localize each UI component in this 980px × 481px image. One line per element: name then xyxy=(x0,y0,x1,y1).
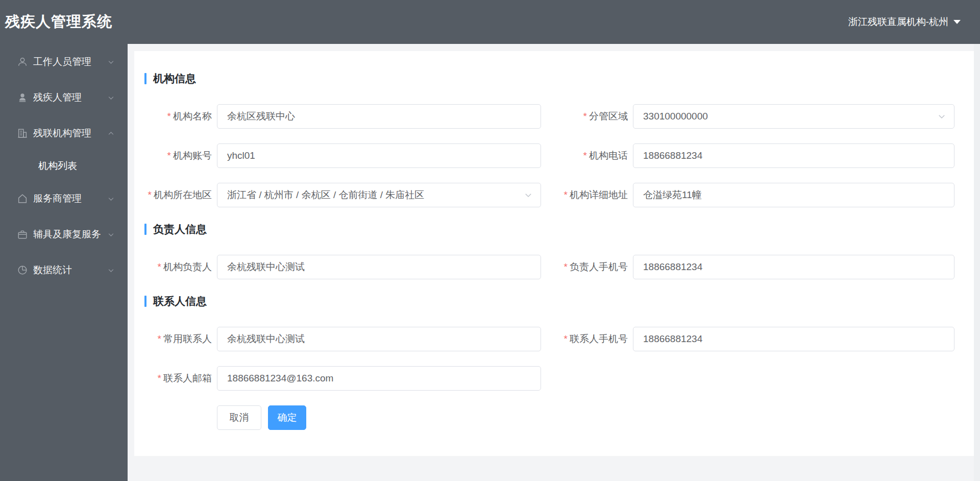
required-asterisk: * xyxy=(167,111,171,122)
org-leader-input[interactable] xyxy=(217,255,541,279)
field-contact-email: * 联系人邮箱 xyxy=(144,366,541,391)
org-switcher-label: 浙江残联直属机构-杭州 xyxy=(848,15,948,29)
sidebar-item-label: 服务商管理 xyxy=(33,192,107,205)
required-asterisk: * xyxy=(564,333,568,345)
confirm-button[interactable]: 确定 xyxy=(268,405,306,430)
required-asterisk: * xyxy=(158,333,161,345)
field-contact-phone: * 联系人手机号 xyxy=(541,327,954,351)
required-asterisk: * xyxy=(167,150,171,161)
sidebar-item-label: 残联机构管理 xyxy=(33,127,107,140)
form-row: * 机构账号 * 机构电话 xyxy=(144,143,954,168)
region-select[interactable] xyxy=(633,104,954,129)
section-title: 机构信息 xyxy=(144,71,954,86)
caret-down-icon xyxy=(953,20,961,24)
app-title: 残疾人管理系统 xyxy=(5,12,112,32)
required-asterisk: * xyxy=(564,189,568,201)
leader-phone-input[interactable] xyxy=(633,255,954,279)
app-header: 残疾人管理系统 浙江残联直属机构-杭州 xyxy=(0,0,980,44)
required-asterisk: * xyxy=(158,261,161,273)
field-label: * 机构账号 xyxy=(144,149,212,162)
sidebar-item-provider-management[interactable]: 服务商管理 xyxy=(0,181,128,217)
form-row: * 联系人邮箱 xyxy=(144,366,954,391)
contact-email-input[interactable] xyxy=(217,366,541,391)
org-name-input[interactable] xyxy=(217,104,541,129)
section-contact-info: 联系人信息 * 常用联系人 * 联系人手机号 xyxy=(144,294,954,391)
section-org-info: 机构信息 * 机构名称 * 分管区域 xyxy=(144,71,954,207)
sidebar-item-label: 残疾人管理 xyxy=(33,91,107,104)
suitcase-icon xyxy=(16,228,29,240)
section-title-bar xyxy=(144,296,146,307)
required-asterisk: * xyxy=(564,261,568,273)
field-region: * 分管区域 xyxy=(541,104,954,129)
org-phone-input[interactable] xyxy=(633,143,954,168)
sidebar-item-rehab-services[interactable]: 辅具及康复服务 xyxy=(0,217,128,252)
section-title-bar xyxy=(144,73,146,84)
required-asterisk: * xyxy=(583,111,587,122)
chevron-up-icon xyxy=(107,129,115,137)
field-org-area: * 机构所在地区 xyxy=(144,183,541,207)
sidebar-item-label: 辅具及康复服务 xyxy=(33,228,107,241)
field-label: * 机构名称 xyxy=(144,110,212,123)
section-title-bar xyxy=(144,224,146,235)
field-label: * 机构所在地区 xyxy=(144,188,212,202)
sidebar-item-label: 数据统计 xyxy=(33,263,107,277)
field-label: * 常用联系人 xyxy=(144,332,212,346)
field-label: * 机构负责人 xyxy=(144,260,212,274)
pie-chart-icon xyxy=(16,264,29,276)
user-outline-icon xyxy=(16,56,29,68)
field-label: * 机构详细地址 xyxy=(541,188,628,202)
sidebar-item-label: 工作人员管理 xyxy=(33,55,107,68)
form-actions: 取消 确定 xyxy=(217,405,954,430)
section-leader-info: 负责人信息 * 机构负责人 * 负责人手机号 xyxy=(144,222,954,279)
form-row: * 常用联系人 * 联系人手机号 xyxy=(144,327,954,351)
section-title-text: 机构信息 xyxy=(153,71,196,86)
field-org-account: * 机构账号 xyxy=(144,143,541,168)
required-asterisk: * xyxy=(148,189,152,201)
sidebar-item-disabled-management[interactable]: 残疾人管理 xyxy=(0,80,128,115)
org-edit-form-card: 机构信息 * 机构名称 * 分管区域 xyxy=(134,51,974,456)
sidebar-item-staff-management[interactable]: 工作人员管理 xyxy=(0,44,128,80)
sidebar-subitem-label: 机构列表 xyxy=(38,159,77,173)
home-icon xyxy=(16,193,29,205)
form-row: * 机构名称 * 分管区域 xyxy=(144,104,954,129)
field-org-name: * 机构名称 xyxy=(144,104,541,129)
chevron-down-icon xyxy=(107,58,115,66)
section-title-text: 负责人信息 xyxy=(153,222,207,236)
field-contact-name: * 常用联系人 xyxy=(144,327,541,351)
form-row: * 机构所在地区 * 机构详细地址 xyxy=(144,183,954,207)
form-row: * 机构负责人 * 负责人手机号 xyxy=(144,255,954,279)
field-label: * 联系人手机号 xyxy=(541,332,628,346)
scrollbar[interactable] xyxy=(974,44,980,481)
org-address-input[interactable] xyxy=(633,183,954,207)
sidebar-item-org-management[interactable]: 残联机构管理 xyxy=(0,115,128,151)
user-filled-icon xyxy=(16,91,29,104)
sidebar-item-statistics[interactable]: 数据统计 xyxy=(0,252,128,288)
field-label: * 负责人手机号 xyxy=(541,260,628,274)
building-icon xyxy=(16,127,29,139)
section-title: 负责人信息 xyxy=(144,222,954,236)
field-leader-phone: * 负责人手机号 xyxy=(541,255,954,279)
required-asterisk: * xyxy=(158,373,161,384)
section-title: 联系人信息 xyxy=(144,294,954,308)
contact-name-input[interactable] xyxy=(217,327,541,351)
field-label: * 机构电话 xyxy=(541,149,628,162)
org-account-input[interactable] xyxy=(217,143,541,168)
required-asterisk: * xyxy=(583,150,587,161)
sidebar-item-org-list[interactable]: 机构列表 xyxy=(0,151,128,181)
field-org-leader: * 机构负责人 xyxy=(144,255,541,279)
chevron-down-icon xyxy=(107,195,115,203)
org-area-cascader[interactable] xyxy=(217,183,541,207)
cancel-button[interactable]: 取消 xyxy=(217,405,261,430)
section-title-text: 联系人信息 xyxy=(153,294,207,308)
contact-phone-input[interactable] xyxy=(633,327,954,351)
chevron-down-icon xyxy=(107,93,115,102)
org-switcher[interactable]: 浙江残联直属机构-杭州 xyxy=(848,15,961,29)
field-org-phone: * 机构电话 xyxy=(541,143,954,168)
chevron-down-icon xyxy=(107,266,115,274)
field-label: * 分管区域 xyxy=(541,110,628,123)
sidebar: 工作人员管理 残疾人管理 残联 xyxy=(0,44,128,481)
field-label: * 联系人邮箱 xyxy=(144,372,212,385)
chevron-down-icon xyxy=(107,230,115,238)
field-org-address: * 机构详细地址 xyxy=(541,183,954,207)
